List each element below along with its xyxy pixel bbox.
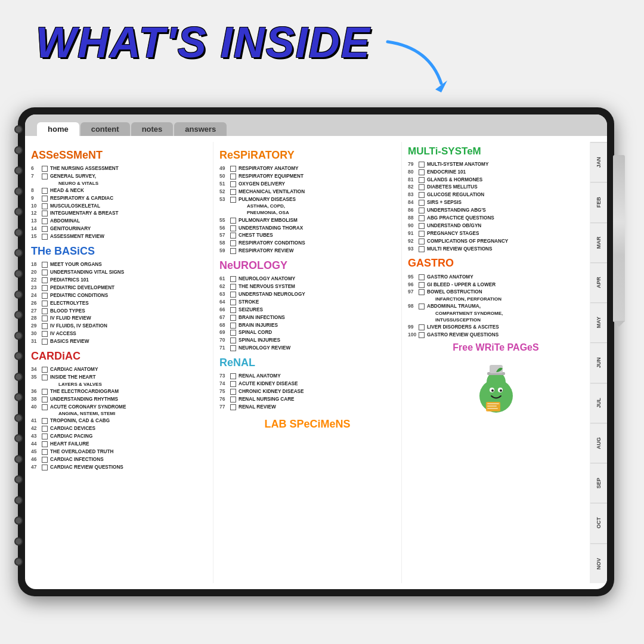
spiral-ring [14, 393, 23, 401]
ipad-device: HOMe CONTeNT NOTeS ANSWeRS ASSeSSMeNT 6T… [18, 107, 614, 596]
list-item: 23PEDIATRIC DEVELOPMENT [31, 284, 207, 292]
list-item: 97BOWEL OBSTRUCTIONINFARCTION, PERFORATI… [408, 289, 584, 302]
list-item: 6THE NURSING ASSESSMENT [31, 165, 207, 172]
spiral-ring [14, 332, 23, 340]
spiral-binding [14, 119, 23, 572]
list-item: 10MUSCULOSKELETAL [31, 203, 207, 210]
month-tab-may[interactable]: MAY [590, 302, 607, 342]
month-tab-oct[interactable]: OCT [590, 503, 607, 543]
neurology-header: NeUROLOGY [219, 258, 395, 273]
list-item: 24PEDIATRIC CONDITIONS [31, 292, 207, 299]
spiral-ring [14, 475, 23, 484]
list-item: 59RESPIRATORY REVIEW [219, 247, 395, 255]
spiral-ring [14, 125, 23, 134]
list-item: 13ABDOMINAL [31, 218, 207, 225]
list-item: 8HEAD & NECK [31, 187, 207, 194]
list-item: 53PULMONARY DISEASESASTHMA, COPD,PNEUMON… [219, 196, 395, 216]
month-tab-jan[interactable]: JAN [590, 142, 607, 182]
list-item: 90UNDERSTAND OB/GYN [408, 222, 584, 230]
basics-header: THe BASiCS [31, 244, 207, 259]
list-item: 93MULTI REVIEW QUESTIONS [408, 246, 584, 253]
svg-point-8 [500, 389, 502, 392]
list-item: 57CHEST TUBES [219, 232, 395, 239]
lab-section: LAB SPeCiMeNS [219, 417, 395, 432]
list-item: 52MECHANICAL VENTILATION [219, 188, 395, 196]
list-item: 75CHRONIC KIDNEY DISEASE [219, 388, 395, 395]
col-2: ReSPiRATORY 49RESPIRATORY ANATOMY 50RESP… [213, 142, 402, 583]
tab-home[interactable]: HOMe [37, 122, 79, 136]
list-item: 71NEUROLOGY REVIEW [219, 345, 395, 352]
list-item: 46CARDIAC INFECTIONS [31, 456, 207, 463]
list-item: 96GI BLEED - UPPER & LOWER [408, 281, 584, 289]
list-item: 42CARDIAC DEVICES [31, 425, 207, 432]
svg-rect-12 [487, 408, 498, 409]
month-tab-apr[interactable]: APR [590, 262, 607, 302]
spiral-ring [14, 434, 23, 442]
list-item: 79MULTI-SYSTEM ANATOMY [408, 161, 584, 168]
list-item: 84SIRS + SEPSIS [408, 199, 584, 206]
spiral-ring [14, 516, 23, 525]
month-tab-feb[interactable]: FEB [590, 182, 607, 222]
multisystem-header: MULTi-SYSTeM [408, 144, 584, 159]
tab-notes[interactable]: NOTeS [131, 122, 174, 136]
list-item: 91PREGNANCY STAGES [408, 230, 584, 237]
month-tab-jul[interactable]: JUL [590, 383, 607, 423]
list-item: 22PEDIATRICS 101 [31, 277, 207, 284]
spiral-ring [14, 228, 23, 237]
list-item: 95GASTRO ANATOMY [408, 274, 584, 281]
month-tab-aug[interactable]: AUG [590, 423, 607, 463]
list-item: 49RESPIRATORY ANATOMY [219, 165, 395, 172]
list-item: 98ABDOMINAL TRAUMA,COMPARTMENT SYNDROME,… [408, 303, 584, 323]
content-area: ASSeSSMeNT 6THE NURSING ASSESSMENT 7GENE… [25, 136, 607, 589]
spiral-ring [14, 208, 23, 216]
pear-character-icon [469, 361, 523, 415]
spiral-ring [14, 311, 23, 319]
month-tab-nov[interactable]: NOV [590, 543, 607, 583]
svg-point-7 [491, 389, 494, 392]
month-tab-sep[interactable]: SEP [590, 463, 607, 503]
tab-content[interactable]: CONTeNT [80, 122, 130, 136]
arrow-icon [382, 36, 453, 95]
list-item: 83GLUCOSE REGULATION [408, 191, 584, 199]
list-item: 7GENERAL SURVEY,NEURO & VITALS [31, 173, 207, 187]
list-item: 47CARDIAC REVIEW QUESTIONS [31, 464, 207, 471]
nav-bar: HOMe CONTeNT NOTeS ANSWeRS [25, 114, 607, 136]
list-item: 70SPINAL INJURIES [219, 337, 395, 344]
spiral-ring [14, 455, 23, 463]
list-item: 67BRAIN INFECTIONS [219, 314, 395, 321]
main-title: WHAT'S INSIDE [36, 18, 371, 67]
list-item: 56UNDERSTANDING THORAX [219, 225, 395, 232]
list-item: 9RESPIRATORY & CARDIAC [31, 195, 207, 202]
list-item: 100GASTRO REVIEW QUESTIONS [408, 332, 584, 339]
list-item: 45THE OVERLOADED TRUTH [31, 448, 207, 456]
list-item: 29IV FLUIDS, IV SEDATION [31, 323, 207, 330]
list-item: 64STROKE [219, 299, 395, 306]
list-item: 74ACUTE KIDNEY DISEASE [219, 380, 395, 388]
month-tab-jun[interactable]: JUN [590, 342, 607, 382]
list-item: 20UNDERSTANDING VITAL SIGNS [31, 269, 207, 276]
list-item: 55PULMONARY EMBOLISM [219, 217, 395, 224]
list-item: 86UNDERSTANDING ABG'S [408, 207, 584, 214]
spiral-ring [14, 496, 23, 504]
col-3: MULTi-SYSTeM 79MULTI-SYSTEM ANATOMY 80EN… [402, 142, 590, 583]
list-item: 77RENAL REVIEW [219, 404, 395, 411]
list-item: 88ABG PRACTICE QUESTIONS [408, 215, 584, 222]
spiral-ring [14, 249, 23, 257]
list-item: 30IV ACCESS [31, 330, 207, 338]
list-item: 63UNDERSTAND NEUROLOGY [219, 291, 395, 298]
list-item: 82DIABETES MELLITUS [408, 184, 584, 191]
month-tab-mar[interactable]: MAR [590, 222, 607, 262]
list-item: 92COMPLICATIONS OF PREGNANCY [408, 238, 584, 245]
spiral-ring [14, 414, 23, 422]
list-item: 12INTEGUMENTARY & BREAST [31, 210, 207, 217]
apple-pencil [613, 155, 625, 322]
cardiac-header: CARDiAC [31, 349, 207, 364]
tab-answers[interactable]: ANSWeRS [174, 122, 227, 136]
list-item: 68BRAIN INJURIES [219, 322, 395, 329]
list-item: 27BLOOD TYPES [31, 308, 207, 315]
respiratory-header: ReSPiRATORY [219, 148, 395, 163]
list-item: 40ACUTE CORONARY SYNDROMEANGINA, NSTEMI,… [31, 404, 207, 417]
gastro-header: GASTRO [408, 256, 584, 271]
free-write-title: Free WRiTe PAGeS [408, 342, 584, 353]
list-item: 73RENAL ANATOMY [219, 373, 395, 380]
